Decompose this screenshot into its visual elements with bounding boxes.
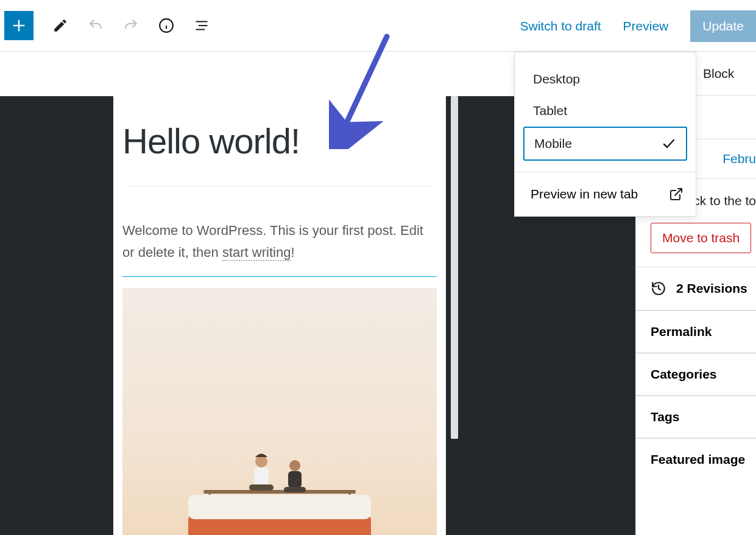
tool-button-group: [52, 17, 210, 34]
svg-line-20: [675, 189, 682, 195]
publish-date-value: Febru: [722, 152, 756, 166]
permalink-panel[interactable]: Permalink: [636, 310, 756, 353]
preview-new-tab[interactable]: Preview in new tab: [515, 172, 696, 216]
top-right-actions: Switch to draft Preview Update: [520, 0, 756, 52]
svg-rect-18: [284, 487, 306, 492]
resize-handle[interactable]: [451, 96, 458, 439]
update-button[interactable]: Update: [690, 10, 756, 42]
editor-top-toolbar: Switch to draft Preview Update: [0, 0, 756, 52]
preview-option-label: Desktop: [533, 72, 580, 86]
redo-button[interactable]: [122, 17, 140, 34]
revisions-panel[interactable]: 2 Revisions: [636, 267, 756, 310]
details-button[interactable]: [158, 17, 175, 34]
preview-button[interactable]: Preview: [623, 19, 669, 33]
move-to-trash-button[interactable]: Move to trash: [651, 223, 751, 253]
mobile-preview-frame: Hello world! Welcome to WordPress. This …: [113, 96, 446, 535]
paragraph-text-suffix: !: [291, 245, 294, 260]
redo-icon: [123, 18, 139, 33]
post-title[interactable]: Hello world!: [122, 121, 437, 161]
permalink-label: Permalink: [651, 324, 712, 339]
preview-option-label: Mobile: [534, 136, 572, 151]
undo-button[interactable]: [87, 17, 104, 34]
svg-rect-15: [249, 484, 274, 491]
svg-rect-10: [203, 490, 356, 494]
undo-icon: [88, 18, 104, 33]
preview-option-desktop[interactable]: Desktop: [523, 63, 687, 95]
preview-option-label: Tablet: [533, 103, 567, 118]
tags-label: Tags: [651, 410, 679, 424]
preview-dropdown: Desktop Tablet Mobile Preview in new tab: [514, 52, 696, 217]
image-placeholder-illustration: [152, 422, 408, 535]
edit-tool-button[interactable]: [52, 17, 69, 34]
outline-button[interactable]: [193, 17, 210, 34]
title-separator: [129, 186, 431, 186]
post-paragraph[interactable]: Welcome to WordPress. This is your first…: [122, 220, 437, 264]
add-block-button[interactable]: [4, 11, 34, 40]
categories-label: Categories: [651, 367, 717, 382]
tags-panel[interactable]: Tags: [636, 396, 756, 438]
tab-block[interactable]: Block: [703, 66, 734, 81]
featured-image-label: Featured image: [651, 452, 745, 467]
external-link-icon: [669, 187, 684, 201]
pencil-icon: [52, 18, 68, 33]
featured-image-panel[interactable]: Featured image: [636, 438, 756, 480]
revisions-label: 2 Revisions: [676, 281, 747, 296]
preview-option-mobile[interactable]: Mobile: [523, 127, 687, 161]
block-selection-border: [122, 276, 437, 277]
plus-icon: [10, 17, 27, 34]
preview-new-tab-label: Preview in new tab: [531, 187, 638, 201]
info-icon: [158, 18, 174, 33]
check-icon: [662, 136, 676, 151]
svg-rect-17: [288, 471, 302, 488]
svg-rect-9: [188, 495, 371, 519]
svg-point-16: [289, 460, 300, 471]
history-icon: [651, 281, 666, 296]
list-view-icon: [194, 18, 210, 33]
image-block[interactable]: [122, 288, 437, 535]
categories-panel[interactable]: Categories: [636, 353, 756, 396]
svg-rect-14: [254, 467, 269, 486]
start-writing-link[interactable]: start writing: [222, 245, 291, 261]
preview-option-tablet[interactable]: Tablet: [523, 95, 687, 127]
switch-to-draft-button[interactable]: Switch to draft: [520, 19, 601, 33]
